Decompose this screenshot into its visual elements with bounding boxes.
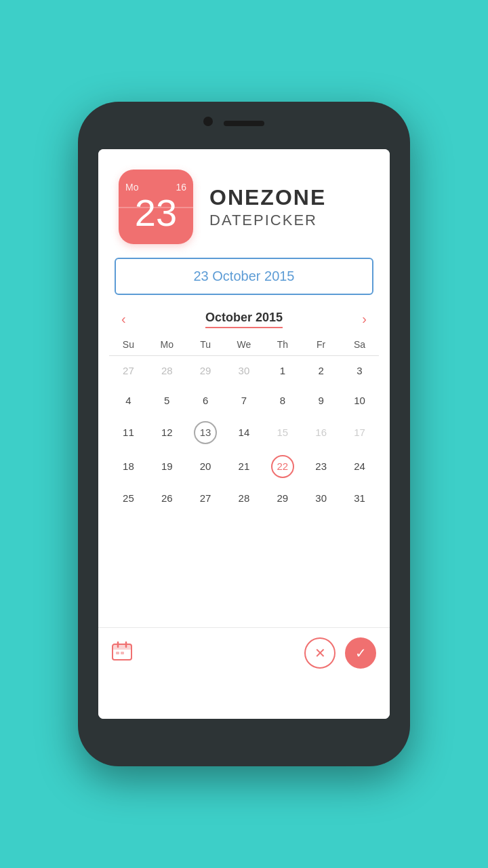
date-input[interactable]: 23 October 2015 [115,258,373,295]
calendar-week-row: 45678910 [109,386,379,416]
icon-divider [119,207,193,208]
calendar-day[interactable]: 30 [302,484,340,513]
app-icon-day: 23 [135,194,177,232]
app-title: ONEZONE DATEPICKER [209,185,326,229]
action-buttons: ✕ ✓ [304,637,376,669]
calendar-header-row: SuMoTuWeThFrSa [109,332,379,356]
calendar-day[interactable]: 9 [302,386,340,416]
calendar-day[interactable]: 12 [148,416,186,450]
app-header: Mo 16 23 ONEZONE DATEPICKER [98,149,390,258]
calendar-day[interactable]: 26 [148,484,186,513]
calendar-day[interactable]: 15 [263,416,302,450]
weekday-header: Sa [340,332,379,356]
calendar-day[interactable]: 31 [340,484,379,513]
cancel-button[interactable]: ✕ [304,637,336,669]
calendar-nav: ‹ October 2015 › [109,302,379,332]
date-input-container: 23 October 2015 [98,258,390,295]
calendar-day[interactable]: 30 [225,356,264,386]
weekday-header: Mo [148,332,186,356]
calendar-day[interactable]: 10 [340,386,379,416]
app-icon: Mo 16 23 [119,170,193,244]
weekday-header: Th [263,332,302,356]
calendar-day[interactable]: 20 [186,450,225,484]
calendar-day[interactable]: 25 [109,484,148,513]
calendar-day[interactable]: 18 [109,450,148,484]
calendar-day[interactable]: 14 [225,416,264,450]
phone-camera [203,117,213,126]
phone-screen: Mo 16 23 ONEZONE DATEPICKER 23 October 2… [98,149,390,719]
calendar-container: ‹ October 2015 › SuMoTuWeThFrSa 27282930… [98,302,390,623]
phone-frame: Mo 16 23 ONEZONE DATEPICKER 23 October 2… [78,102,410,766]
calendar-day[interactable]: 24 [340,450,379,484]
calendar-day[interactable]: 28 [225,484,264,513]
svg-rect-4 [116,652,119,654]
calendar-day[interactable]: 13 [186,416,225,450]
calendar-grid: SuMoTuWeThFrSa 2728293012345678910111213… [109,332,379,513]
prev-month-button[interactable]: ‹ [115,309,133,330]
calendar-day[interactable]: 8 [263,386,302,416]
weekday-header: We [225,332,264,356]
calendar-day[interactable]: 21 [225,450,264,484]
confirm-button[interactable]: ✓ [345,637,376,669]
calendar-day[interactable]: 1 [263,356,302,386]
cancel-icon: ✕ [314,645,326,661]
calendar-month-year: October 2015 [205,311,283,328]
svg-rect-5 [121,652,124,654]
phone-speaker [224,121,264,126]
app-title-line2: DATEPICKER [209,212,326,229]
calendar-week-row: 25262728293031 [109,484,379,513]
calendar-day[interactable]: 11 [109,416,148,450]
calendar-week-row: 18192021222324 [109,450,379,484]
week-num-label: 16 [176,182,186,193]
svg-rect-1 [113,644,131,650]
weekday-header: Su [109,332,148,356]
calendar-day[interactable]: 17 [340,416,379,450]
calendar-icon[interactable] [112,642,132,665]
calendar-day[interactable]: 29 [186,356,225,386]
calendar-day[interactable]: 7 [225,386,264,416]
calendar-day[interactable]: 22 [263,450,302,484]
calendar-day[interactable]: 4 [109,386,148,416]
calendar-day[interactable]: 16 [302,416,340,450]
calendar-day[interactable]: 2 [302,356,340,386]
weekday-header: Fr [302,332,340,356]
calendar-day[interactable]: 28 [148,356,186,386]
calendar-day[interactable]: 23 [302,450,340,484]
calendar-day[interactable]: 27 [109,356,148,386]
calendar-week-row: 11121314151617 [109,416,379,450]
calendar-week-row: 27282930123 [109,356,379,386]
calendar-day[interactable]: 29 [263,484,302,513]
extra-space [98,678,390,719]
next-month-button[interactable]: › [355,309,373,330]
calendar-body: 2728293012345678910111213141516171819202… [109,356,379,513]
calendar-day[interactable]: 27 [186,484,225,513]
weekday-header: Tu [186,332,225,356]
calendar-day[interactable]: 5 [148,386,186,416]
confirm-icon: ✓ [355,645,367,661]
calendar-day[interactable]: 6 [186,386,225,416]
app-title-line1: ONEZONE [209,185,326,210]
action-bar: ✕ ✓ [98,627,390,678]
calendar-day[interactable]: 19 [148,450,186,484]
calendar-day[interactable]: 3 [340,356,379,386]
